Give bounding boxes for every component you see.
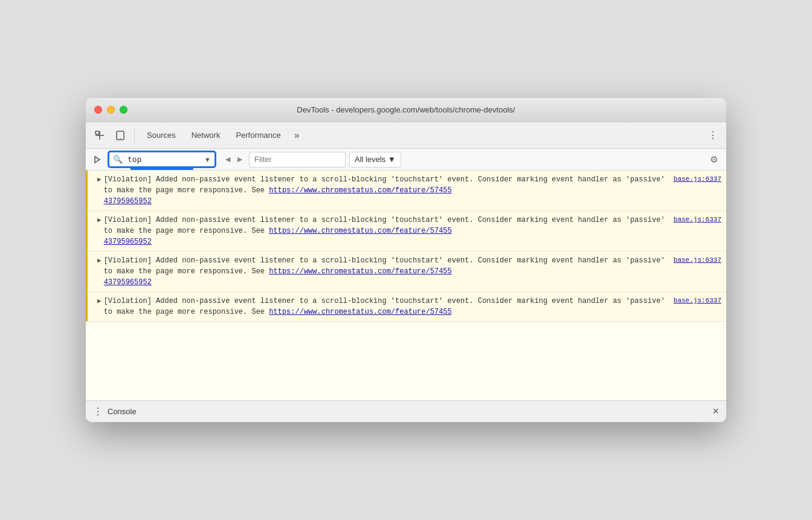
traffic-lights <box>94 106 127 114</box>
log-entry: ▶ [Violation] Added non-passive event li… <box>86 171 726 211</box>
entry-arrow[interactable]: ▶ <box>97 175 102 185</box>
clear-console-button[interactable] <box>91 153 104 166</box>
bottom-bar-title: Console <box>108 407 137 416</box>
entry-body: [Violation] Added non-passive event list… <box>104 255 669 288</box>
levels-dropdown[interactable]: All levels ▼ <box>349 152 401 167</box>
console-content: ▶ [Violation] Added non-passive event li… <box>86 171 726 400</box>
console-toolbar-left: 🔍 top ▼ ◀ ▶ <box>91 151 245 168</box>
maximize-button[interactable] <box>120 106 127 114</box>
entry-content: [Violation] Added non-passive event list… <box>104 174 721 207</box>
svg-rect-0 <box>95 131 99 134</box>
prev-arrow[interactable]: ◀ <box>222 154 233 165</box>
search-icon: 🔍 <box>111 155 125 164</box>
toolbar-right: ⋮ <box>704 127 721 144</box>
nav-arrows: ◀ ▶ <box>222 154 245 165</box>
entry-source[interactable]: base.js:6337 <box>674 174 721 207</box>
toolbar-separator-1 <box>134 128 135 143</box>
gear-icon: ⚙ <box>710 154 718 165</box>
clear-icon <box>93 155 102 164</box>
bottom-bar: ⋮ Console × <box>86 400 726 422</box>
levels-label: All levels ▼ <box>355 155 396 164</box>
more-options-button[interactable]: ⋮ <box>704 127 721 144</box>
entry-source[interactable]: base.js:6337 <box>674 296 721 317</box>
inspector-icon <box>95 131 105 140</box>
filter-input[interactable] <box>249 152 346 167</box>
entry-content: [Violation] Added non-passive event list… <box>104 215 721 247</box>
close-panel-button[interactable]: × <box>712 405 719 418</box>
entry-content: [Violation] Added non-passive event list… <box>104 296 721 317</box>
minimize-button[interactable] <box>107 106 115 114</box>
inspector-button[interactable] <box>91 127 109 144</box>
console-settings-button[interactable]: ⚙ <box>706 152 721 167</box>
bottom-bar-menu-button[interactable]: ⋮ <box>93 406 103 417</box>
devtools-window: DevTools - developers.google.com/web/too… <box>86 98 726 422</box>
device-toggle-button[interactable] <box>111 127 129 144</box>
entry-arrow[interactable]: ▶ <box>97 256 102 266</box>
titlebar: DevTools - developers.google.com/web/too… <box>86 98 726 122</box>
tab-sources[interactable]: Sources <box>140 127 183 143</box>
main-toolbar: Sources Network Performance » ⋮ <box>86 122 726 149</box>
log-entry: ▶ [Violation] Added non-passive event li… <box>86 292 726 322</box>
entry-source[interactable]: base.js:6337 <box>674 255 721 288</box>
log-entry: ▶ [Violation] Added non-passive event li… <box>86 211 726 252</box>
entry-body: [Violation] Added non-passive event list… <box>104 215 669 247</box>
nav-tabs: Sources Network Performance » <box>140 127 702 143</box>
entry-body: [Violation] Added non-passive event list… <box>104 174 669 207</box>
device-icon <box>116 131 124 140</box>
svg-point-4 <box>120 138 121 139</box>
entry-link[interactable]: https://www.chromestatus.com/feature/574… <box>269 308 451 316</box>
tab-performance[interactable]: Performance <box>228 127 288 143</box>
entry-source[interactable]: base.js:6337 <box>674 215 721 247</box>
svg-marker-5 <box>95 157 100 163</box>
entry-arrow[interactable]: ▶ <box>97 296 102 307</box>
context-dropdown-wrapper: 🔍 top ▼ <box>108 151 216 168</box>
dropdown-arrow-icon[interactable]: ▼ <box>202 156 213 163</box>
log-entry: ▶ [Violation] Added non-passive event li… <box>86 252 726 292</box>
entry-arrow[interactable]: ▶ <box>97 215 102 226</box>
entry-body: [Violation] Added non-passive event list… <box>104 296 669 317</box>
close-button[interactable] <box>94 106 102 114</box>
window-title: DevTools - developers.google.com/web/too… <box>94 105 718 114</box>
tab-network[interactable]: Network <box>184 127 228 143</box>
console-toolbar: 🔍 top ▼ ◀ ▶ All levels ▼ ⚙ <box>86 149 726 171</box>
context-select[interactable]: top <box>125 154 202 165</box>
more-tabs-button[interactable]: » <box>289 128 304 143</box>
next-arrow[interactable]: ▶ <box>234 154 245 165</box>
entry-content: [Violation] Added non-passive event list… <box>104 255 721 288</box>
